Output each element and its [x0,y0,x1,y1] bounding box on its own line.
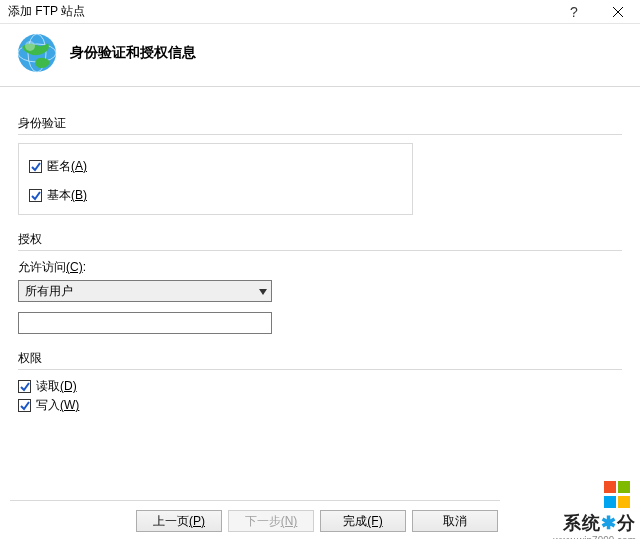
page-heading: 身份验证和授权信息 [70,44,196,62]
read-checkbox[interactable] [18,380,31,393]
check-icon [31,191,41,201]
chevron-down-icon [259,284,267,298]
check-icon [20,382,30,392]
authorize-group-label: 授权 [18,231,622,248]
cancel-button[interactable]: 取消 [412,510,498,532]
check-icon [20,401,30,411]
wizard-header: 身份验证和授权信息 [0,24,640,86]
anonymous-label: 匿名(A) [47,158,87,175]
check-icon [31,162,41,172]
read-checkbox-row[interactable]: 读取(D) [18,378,622,395]
permissions-group-rule [18,369,622,370]
permissions-group-label: 权限 [18,350,622,367]
auth-fieldset: 匿名(A) 基本(B) [18,143,413,215]
basic-checkbox-row[interactable]: 基本(B) [29,187,402,204]
content-area: 身份验证 匿名(A) 基本(B) 授权 允许访问(C): 所有用户 权限 [0,87,640,428]
finish-button[interactable]: 完成(F) [320,510,406,532]
write-label: 写入(W) [36,397,79,414]
specific-users-input[interactable] [18,312,272,334]
anonymous-checkbox[interactable] [29,160,42,173]
auth-group-rule [18,134,622,135]
write-checkbox[interactable] [18,399,31,412]
basic-label: 基本(B) [47,187,87,204]
svg-marker-6 [259,289,267,295]
basic-checkbox[interactable] [29,189,42,202]
auth-group-label: 身份验证 [18,115,622,132]
previous-button[interactable]: 上一页(P) [136,510,222,532]
write-checkbox-row[interactable]: 写入(W) [18,397,622,414]
next-button: 下一步(N) [228,510,314,532]
close-icon [613,7,623,17]
anonymous-checkbox-row[interactable]: 匿名(A) [29,158,402,175]
watermark-url: www.win7999.com [506,535,636,539]
allow-access-selected: 所有用户 [25,283,73,300]
allow-access-label: 允许访问(C): [18,259,622,276]
help-button[interactable]: ? [552,0,596,23]
globe-icon [16,32,58,74]
titlebar-buttons: ? [552,0,640,23]
authorize-group-rule [18,250,622,251]
close-button[interactable] [596,0,640,23]
button-bar: 上一页(P) 下一步(N) 完成(F) 取消 [0,500,640,532]
allow-access-select[interactable]: 所有用户 [18,280,272,302]
window-title: 添加 FTP 站点 [8,3,85,20]
permissions-block: 权限 读取(D) 写入(W) [18,350,622,414]
buttonbar-divider [10,500,500,501]
svg-point-5 [25,41,35,51]
titlebar: 添加 FTP 站点 ? [0,0,640,24]
help-icon: ? [570,4,578,20]
read-label: 读取(D) [36,378,77,395]
